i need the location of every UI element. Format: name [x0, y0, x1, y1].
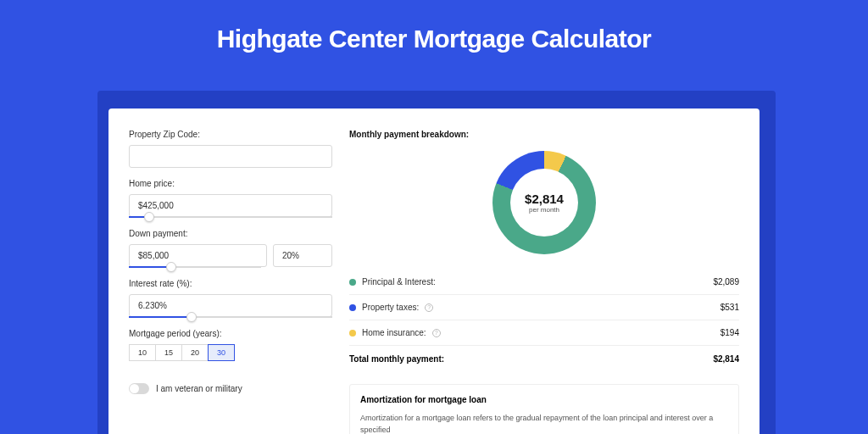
donut-amount: $2,814	[525, 192, 564, 206]
amortization-text: Amortization for a mortgage loan refers …	[360, 413, 728, 434]
line-label: Principal & Interest:	[362, 277, 436, 287]
line-value: $531	[721, 303, 739, 312]
dot-icon	[349, 279, 356, 286]
line-value: $2,089	[713, 277, 739, 287]
line-label: Property taxes:	[362, 303, 419, 312]
payment-donut-chart: $2,814 per month	[492, 151, 596, 254]
inputs-column: Property Zip Code: Home price: Down paym…	[129, 130, 332, 434]
period-field-group: Mortgage period (years): 10 15 20 30	[129, 329, 332, 361]
line-label: Home insurance:	[362, 328, 426, 337]
amortization-box: Amortization for mortgage loan Amortizat…	[349, 384, 739, 434]
zip-input[interactable]	[129, 145, 332, 168]
breakdown-column: Monthly payment breakdown: $2,814 per mo…	[349, 130, 739, 434]
dot-icon	[349, 330, 356, 337]
price-field-group: Home price:	[129, 179, 332, 218]
veteran-row: I am veteran or military	[129, 383, 332, 394]
total-row: Total monthly payment: $2,814	[349, 345, 739, 372]
breakdown-list: Principal & Interest: $2,089 Property ta…	[349, 270, 739, 372]
donut-sub: per month	[529, 206, 559, 214]
price-slider[interactable]	[129, 216, 332, 218]
dot-icon	[349, 304, 356, 311]
info-icon[interactable]: ?	[432, 329, 441, 337]
page-title: Highgate Center Mortgage Calculator	[0, 0, 868, 71]
line-value: $194	[721, 328, 739, 337]
rate-slider[interactable]	[129, 316, 332, 318]
line-item-principal: Principal & Interest: $2,089	[349, 270, 739, 294]
veteran-toggle-knob	[130, 384, 139, 393]
calculator-card: Property Zip Code: Home price: Down paym…	[108, 108, 760, 434]
period-option-20[interactable]: 20	[181, 344, 209, 361]
dp-slider[interactable]	[129, 266, 261, 268]
rate-slider-thumb[interactable]	[186, 312, 197, 322]
rate-input[interactable]	[129, 294, 332, 317]
total-value: $2,814	[713, 354, 739, 364]
dp-amount-input[interactable]	[129, 244, 267, 267]
period-option-15[interactable]: 15	[155, 344, 182, 361]
dp-slider-fill	[129, 266, 171, 268]
period-option-10[interactable]: 10	[129, 344, 156, 361]
period-options: 10 15 20 30	[129, 344, 332, 361]
price-label: Home price:	[129, 179, 332, 188]
dp-slider-thumb[interactable]	[166, 262, 176, 272]
line-item-insurance: Home insurance: ? $194	[349, 320, 739, 345]
amortization-title: Amortization for mortgage loan	[360, 395, 728, 404]
zip-field-group: Property Zip Code:	[129, 130, 332, 168]
rate-field-group: Interest rate (%):	[129, 279, 332, 318]
rate-slider-fill	[129, 316, 192, 318]
period-label: Mortgage period (years):	[129, 329, 332, 338]
veteran-label: I am veteran or military	[156, 384, 242, 393]
breakdown-title: Monthly payment breakdown:	[349, 130, 739, 139]
period-option-30[interactable]: 30	[208, 344, 235, 361]
total-label: Total monthly payment:	[349, 354, 444, 364]
veteran-toggle[interactable]	[129, 383, 149, 394]
rate-label: Interest rate (%):	[129, 279, 332, 288]
zip-label: Property Zip Code:	[129, 130, 332, 139]
donut-wrap: $2,814 per month	[349, 151, 739, 254]
info-icon[interactable]: ?	[425, 303, 433, 312]
price-input[interactable]	[129, 194, 332, 217]
downpayment-field-group: Down payment:	[129, 229, 332, 268]
dp-label: Down payment:	[129, 229, 332, 238]
price-slider-thumb[interactable]	[144, 212, 154, 222]
line-item-taxes: Property taxes: ? $531	[349, 294, 739, 320]
dp-percent-input[interactable]	[273, 244, 332, 267]
